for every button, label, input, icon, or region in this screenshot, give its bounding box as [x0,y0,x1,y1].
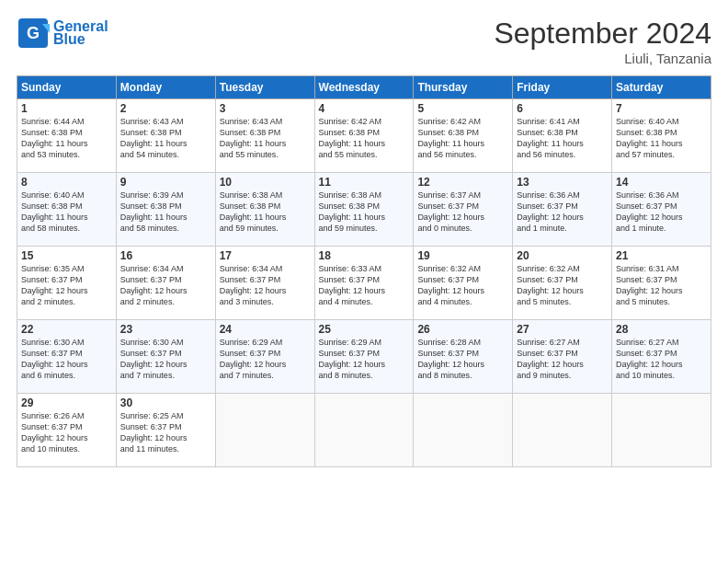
calendar-header-sunday: Sunday [17,76,117,99]
day-info: Sunrise: 6:39 AM Sunset: 6:38 PM Dayligh… [120,190,211,235]
calendar-cell: 30Sunrise: 6:25 AM Sunset: 6:37 PM Dayli… [116,394,215,467]
calendar-cell: 8Sunrise: 6:40 AM Sunset: 6:38 PM Daylig… [17,173,117,247]
day-number: 16 [120,249,211,262]
calendar-cell [414,394,513,467]
day-info: Sunrise: 6:30 AM Sunset: 6:37 PM Dayligh… [21,337,112,382]
calendar-cell: 19Sunrise: 6:32 AM Sunset: 6:37 PM Dayli… [414,247,513,320]
day-number: 6 [517,102,608,115]
calendar-header-thursday: Thursday [414,76,513,99]
month-title: September 2024 [494,17,711,51]
day-info: Sunrise: 6:40 AM Sunset: 6:38 PM Dayligh… [21,190,112,235]
calendar-cell: 11Sunrise: 6:38 AM Sunset: 6:38 PM Dayli… [314,173,414,247]
day-info: Sunrise: 6:38 AM Sunset: 6:38 PM Dayligh… [220,190,311,235]
calendar-cell: 24Sunrise: 6:29 AM Sunset: 6:37 PM Dayli… [215,320,314,394]
calendar-cell: 21Sunrise: 6:31 AM Sunset: 6:37 PM Dayli… [612,247,711,320]
svg-text:G: G [27,24,40,42]
day-number: 17 [220,249,311,262]
calendar-cell: 2Sunrise: 6:43 AM Sunset: 6:38 PM Daylig… [116,99,215,173]
day-info: Sunrise: 6:34 AM Sunset: 6:37 PM Dayligh… [120,263,211,308]
day-info: Sunrise: 6:31 AM Sunset: 6:37 PM Dayligh… [616,263,707,308]
day-info: Sunrise: 6:33 AM Sunset: 6:37 PM Dayligh… [319,263,410,308]
day-number: 12 [417,176,508,189]
day-number: 28 [616,323,707,336]
day-number: 22 [21,323,112,336]
day-number: 13 [517,176,608,189]
calendar-cell [215,394,314,467]
day-number: 19 [417,249,508,262]
calendar-cell: 16Sunrise: 6:34 AM Sunset: 6:37 PM Dayli… [116,247,215,320]
day-info: Sunrise: 6:26 AM Sunset: 6:37 PM Dayligh… [21,410,112,455]
calendar-cell: 22Sunrise: 6:30 AM Sunset: 6:37 PM Dayli… [17,320,117,394]
day-info: Sunrise: 6:27 AM Sunset: 6:37 PM Dayligh… [517,337,608,382]
calendar-cell [612,394,711,467]
day-info: Sunrise: 6:44 AM Sunset: 6:38 PM Dayligh… [21,116,112,161]
calendar-week-2: 8Sunrise: 6:40 AM Sunset: 6:38 PM Daylig… [17,173,711,247]
calendar-header-monday: Monday [116,76,215,99]
calendar-week-4: 22Sunrise: 6:30 AM Sunset: 6:37 PM Dayli… [17,320,711,394]
header: G General Blue September 2024 Liuli, Tan… [17,17,711,66]
calendar-cell: 28Sunrise: 6:27 AM Sunset: 6:37 PM Dayli… [612,320,711,394]
calendar-cell: 5Sunrise: 6:42 AM Sunset: 6:38 PM Daylig… [414,99,513,173]
calendar-week-5: 29Sunrise: 6:26 AM Sunset: 6:37 PM Dayli… [17,394,711,467]
day-info: Sunrise: 6:30 AM Sunset: 6:37 PM Dayligh… [120,337,211,382]
logo-icon: G [17,17,50,50]
calendar-cell: 20Sunrise: 6:32 AM Sunset: 6:37 PM Dayli… [513,247,612,320]
day-number: 5 [417,102,508,115]
day-info: Sunrise: 6:34 AM Sunset: 6:37 PM Dayligh… [220,263,311,308]
calendar-cell: 12Sunrise: 6:37 AM Sunset: 6:37 PM Dayli… [414,173,513,247]
day-number: 21 [616,249,707,262]
day-info: Sunrise: 6:36 AM Sunset: 6:37 PM Dayligh… [517,190,608,235]
calendar-cell: 4Sunrise: 6:42 AM Sunset: 6:38 PM Daylig… [314,99,414,173]
calendar-cell: 6Sunrise: 6:41 AM Sunset: 6:38 PM Daylig… [513,99,612,173]
calendar-cell [314,394,414,467]
day-number: 26 [417,323,508,336]
calendar-header-tuesday: Tuesday [215,76,314,99]
calendar-header-wednesday: Wednesday [314,76,414,99]
day-info: Sunrise: 6:25 AM Sunset: 6:37 PM Dayligh… [120,410,211,455]
day-info: Sunrise: 6:43 AM Sunset: 6:38 PM Dayligh… [220,116,311,161]
day-number: 7 [616,102,707,115]
day-number: 24 [220,323,311,336]
calendar-cell: 18Sunrise: 6:33 AM Sunset: 6:37 PM Dayli… [314,247,414,320]
day-number: 3 [220,102,311,115]
day-info: Sunrise: 6:36 AM Sunset: 6:37 PM Dayligh… [616,190,707,235]
day-info: Sunrise: 6:29 AM Sunset: 6:37 PM Dayligh… [319,337,410,382]
day-number: 10 [220,176,311,189]
day-info: Sunrise: 6:32 AM Sunset: 6:37 PM Dayligh… [517,263,608,308]
day-number: 14 [616,176,707,189]
calendar-header-saturday: Saturday [612,76,711,99]
calendar-cell: 14Sunrise: 6:36 AM Sunset: 6:37 PM Dayli… [612,173,711,247]
day-number: 11 [319,176,410,189]
calendar-cell: 1Sunrise: 6:44 AM Sunset: 6:38 PM Daylig… [17,99,117,173]
calendar-week-3: 15Sunrise: 6:35 AM Sunset: 6:37 PM Dayli… [17,247,711,320]
calendar-cell: 25Sunrise: 6:29 AM Sunset: 6:37 PM Dayli… [314,320,414,394]
calendar-cell: 15Sunrise: 6:35 AM Sunset: 6:37 PM Dayli… [17,247,117,320]
day-number: 2 [120,102,211,115]
calendar-cell: 17Sunrise: 6:34 AM Sunset: 6:37 PM Dayli… [215,247,314,320]
day-number: 25 [319,323,410,336]
day-number: 29 [21,396,112,409]
title-block: September 2024 Liuli, Tanzania [494,17,711,66]
calendar-cell [513,394,612,467]
calendar-week-1: 1Sunrise: 6:44 AM Sunset: 6:38 PM Daylig… [17,99,711,173]
calendar-cell: 27Sunrise: 6:27 AM Sunset: 6:37 PM Dayli… [513,320,612,394]
location-title: Liuli, Tanzania [494,51,711,66]
calendar-cell: 13Sunrise: 6:36 AM Sunset: 6:37 PM Dayli… [513,173,612,247]
day-info: Sunrise: 6:35 AM Sunset: 6:37 PM Dayligh… [21,263,112,308]
calendar-header-friday: Friday [513,76,612,99]
calendar-table: SundayMondayTuesdayWednesdayThursdayFrid… [17,75,711,467]
calendar-cell: 7Sunrise: 6:40 AM Sunset: 6:38 PM Daylig… [612,99,711,173]
day-info: Sunrise: 6:42 AM Sunset: 6:38 PM Dayligh… [319,116,410,161]
logo: G General Blue [17,17,108,50]
calendar-cell: 10Sunrise: 6:38 AM Sunset: 6:38 PM Dayli… [215,173,314,247]
day-info: Sunrise: 6:40 AM Sunset: 6:38 PM Dayligh… [616,116,707,161]
day-info: Sunrise: 6:43 AM Sunset: 6:38 PM Dayligh… [120,116,211,161]
day-number: 1 [21,102,112,115]
calendar-header-row: SundayMondayTuesdayWednesdayThursdayFrid… [17,76,711,99]
day-number: 20 [517,249,608,262]
day-number: 23 [120,323,211,336]
day-info: Sunrise: 6:29 AM Sunset: 6:37 PM Dayligh… [220,337,311,382]
day-number: 27 [517,323,608,336]
calendar-cell: 9Sunrise: 6:39 AM Sunset: 6:38 PM Daylig… [116,173,215,247]
page: G General Blue September 2024 Liuli, Tan… [0,0,728,563]
